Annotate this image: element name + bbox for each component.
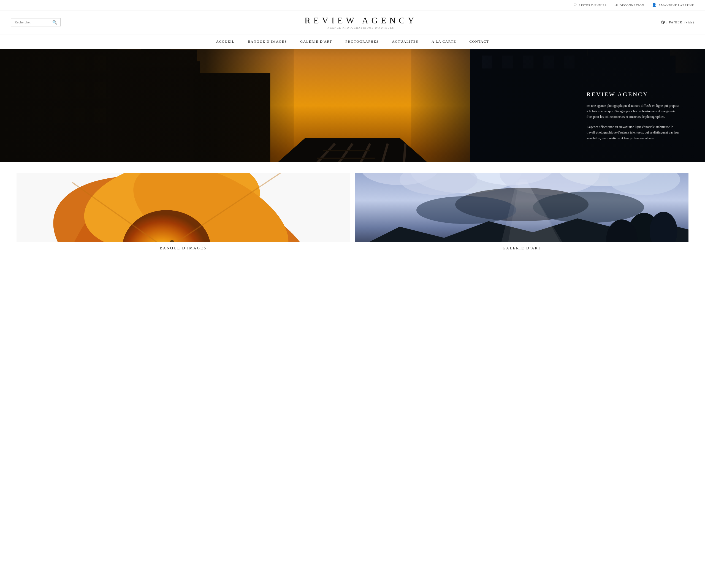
hero-text-block: REVIEW AGENCY est une agence photographi… — [586, 91, 680, 145]
gallery-image-banque — [16, 173, 350, 242]
cart-status: (vide) — [685, 20, 694, 24]
hero-section: REVIEW AGENCY est une agence photographi… — [0, 49, 705, 162]
cart-label: PANIER — [669, 20, 683, 24]
cart-area[interactable]: 🛍 PANIER (vide) — [661, 19, 694, 26]
nav-accueil[interactable]: ACCUEIL — [216, 39, 234, 44]
svg-point-89 — [416, 196, 516, 224]
search-input[interactable] — [14, 20, 50, 24]
gallery-section: BANQUE D'IMAGES — [0, 162, 705, 261]
nav-a-la-carte[interactable]: A LA CARTE — [431, 39, 456, 44]
search-box[interactable]: 🔍 — [11, 18, 60, 27]
gallery-label-banque: BANQUE D'IMAGES — [160, 246, 206, 250]
wishlist-label: LISTES D'ENVIES — [579, 4, 607, 7]
gallery-label-galerie: GALERIE D'ART — [503, 246, 541, 250]
nav-actualites[interactable]: ACTUALITÉS — [392, 39, 418, 44]
svg-point-90 — [533, 192, 644, 223]
gallery-image-galerie — [355, 173, 689, 242]
wishlist-link[interactable]: ♡ LISTES D'ENVIES — [573, 3, 607, 7]
svg-rect-27 — [0, 49, 294, 162]
top-bar: ♡ LISTES D'ENVIES ⇥ DÉCONNEXION 👤 AMANDI… — [0, 0, 705, 10]
logout-link[interactable]: ⇥ DÉCONNEXION — [614, 3, 645, 7]
site-logo[interactable]: REVIEW AGENCY AGENCE PHOTOGRAPHIQUE D'AU… — [304, 15, 417, 29]
user-label: AMANDINE LABRUNE — [658, 4, 694, 7]
gallery-item-galerie[interactable]: GALERIE D'ART — [355, 173, 689, 250]
logo-subtitle: AGENCE PHOTOGRAPHIQUE D'AUTEURS — [304, 27, 417, 29]
nav-photographes[interactable]: PHOTOGRAPHES — [345, 39, 379, 44]
user-icon: 👤 — [652, 3, 657, 7]
cart-icon: 🛍 — [661, 19, 667, 26]
logo-title: REVIEW AGENCY — [304, 15, 417, 26]
nav-banque-images[interactable]: BANQUE D'IMAGES — [248, 39, 287, 44]
nav-galerie-art[interactable]: GALERIE D'ART — [300, 39, 332, 44]
nav-contact[interactable]: CONTACT — [469, 39, 489, 44]
gallery-item-banque[interactable]: BANQUE D'IMAGES — [16, 173, 350, 250]
hero-paragraph-2: L'agence sélectionne en suivant une lign… — [586, 124, 680, 141]
main-nav: ACCUEIL BANQUE D'IMAGES GALERIE D'ART PH… — [0, 35, 705, 49]
logout-label: DÉCONNEXION — [620, 4, 645, 7]
hero-paragraph-1: est une agence photographique d'auteurs … — [586, 103, 680, 120]
search-button[interactable]: 🔍 — [52, 20, 57, 24]
site-header: 🔍 REVIEW AGENCY AGENCE PHOTOGRAPHIQUE D'… — [0, 10, 705, 35]
heart-icon: ♡ — [573, 3, 577, 7]
logout-icon: ⇥ — [614, 3, 618, 7]
user-account-link[interactable]: 👤 AMANDINE LABRUNE — [652, 3, 694, 7]
hero-text-title: REVIEW AGENCY — [586, 91, 680, 98]
